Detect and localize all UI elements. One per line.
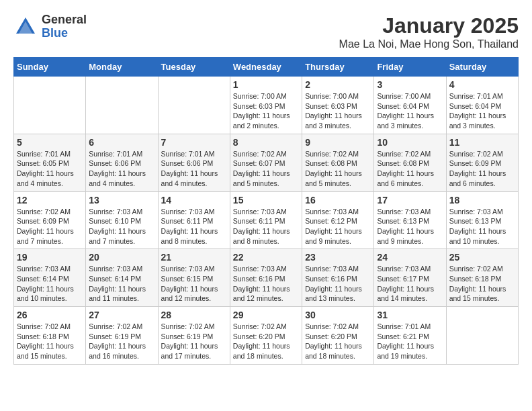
calendar-cell <box>86 77 158 134</box>
calendar-cell: 2Sunrise: 7:00 AM Sunset: 6:03 PM Daylig… <box>302 77 374 134</box>
day-info: Sunrise: 7:03 AM Sunset: 6:12 PM Dayligh… <box>305 207 371 246</box>
weekday-header: Wednesday <box>230 58 302 77</box>
calendar-cell: 29Sunrise: 7:02 AM Sunset: 6:20 PM Dayli… <box>230 307 302 365</box>
logo-text: General Blue <box>42 13 87 40</box>
day-info: Sunrise: 7:01 AM Sunset: 6:21 PM Dayligh… <box>377 322 443 361</box>
logo: General Blue <box>13 13 87 40</box>
calendar-week-row: 26Sunrise: 7:02 AM Sunset: 6:18 PM Dayli… <box>14 307 519 365</box>
calendar-cell: 7Sunrise: 7:01 AM Sunset: 6:06 PM Daylig… <box>158 134 230 191</box>
day-info: Sunrise: 7:03 AM Sunset: 6:11 PM Dayligh… <box>161 207 227 246</box>
weekday-header: Thursday <box>302 58 374 77</box>
calendar-cell: 17Sunrise: 7:03 AM Sunset: 6:13 PM Dayli… <box>374 191 446 249</box>
day-number: 24 <box>377 252 443 263</box>
calendar-cell: 24Sunrise: 7:03 AM Sunset: 6:17 PM Dayli… <box>374 249 446 307</box>
day-info: Sunrise: 7:02 AM Sunset: 6:07 PM Dayligh… <box>233 149 299 189</box>
day-number: 7 <box>161 137 227 148</box>
calendar-cell: 14Sunrise: 7:03 AM Sunset: 6:11 PM Dayli… <box>158 191 230 249</box>
day-number: 9 <box>305 137 371 148</box>
weekday-header: Tuesday <box>158 58 230 77</box>
day-info: Sunrise: 7:03 AM Sunset: 6:13 PM Dayligh… <box>377 207 443 246</box>
day-info: Sunrise: 7:03 AM Sunset: 6:16 PM Dayligh… <box>233 264 299 304</box>
calendar-header: SundayMondayTuesdayWednesdayThursdayFrid… <box>14 58 519 77</box>
day-number: 12 <box>17 195 83 205</box>
calendar-cell <box>446 307 518 365</box>
day-info: Sunrise: 7:03 AM Sunset: 6:14 PM Dayligh… <box>89 264 154 304</box>
calendar-cell: 1Sunrise: 7:00 AM Sunset: 6:03 PM Daylig… <box>230 77 302 134</box>
day-info: Sunrise: 7:00 AM Sunset: 6:04 PM Dayligh… <box>377 91 443 131</box>
calendar-subtitle: Mae La Noi, Mae Hong Son, Thailand <box>339 38 519 50</box>
calendar-title: January 2025 <box>339 13 519 38</box>
weekday-header: Sunday <box>14 58 86 77</box>
day-info: Sunrise: 7:03 AM Sunset: 6:10 PM Dayligh… <box>89 207 154 246</box>
day-number: 29 <box>233 310 299 320</box>
day-number: 31 <box>377 310 443 320</box>
day-number: 21 <box>161 252 227 263</box>
calendar-cell: 4Sunrise: 7:01 AM Sunset: 6:04 PM Daylig… <box>446 77 518 134</box>
weekday-header: Saturday <box>446 58 518 77</box>
day-info: Sunrise: 7:02 AM Sunset: 6:08 PM Dayligh… <box>305 149 371 189</box>
calendar-cell: 18Sunrise: 7:03 AM Sunset: 6:13 PM Dayli… <box>446 191 518 249</box>
day-number: 2 <box>305 79 371 90</box>
day-info: Sunrise: 7:00 AM Sunset: 6:03 PM Dayligh… <box>305 91 371 131</box>
calendar-cell: 23Sunrise: 7:03 AM Sunset: 6:16 PM Dayli… <box>302 249 374 307</box>
calendar-cell: 22Sunrise: 7:03 AM Sunset: 6:16 PM Dayli… <box>230 249 302 307</box>
calendar-cell: 3Sunrise: 7:00 AM Sunset: 6:04 PM Daylig… <box>374 77 446 134</box>
day-info: Sunrise: 7:02 AM Sunset: 6:08 PM Dayligh… <box>377 149 443 189</box>
day-info: Sunrise: 7:01 AM Sunset: 6:05 PM Dayligh… <box>17 149 83 189</box>
day-info: Sunrise: 7:01 AM Sunset: 6:06 PM Dayligh… <box>161 149 227 189</box>
weekday-header: Monday <box>86 58 158 77</box>
day-number: 30 <box>305 310 371 320</box>
calendar-cell: 27Sunrise: 7:02 AM Sunset: 6:19 PM Dayli… <box>86 307 158 365</box>
calendar-cell: 30Sunrise: 7:02 AM Sunset: 6:20 PM Dayli… <box>302 307 374 365</box>
calendar-cell <box>14 77 86 134</box>
calendar-cell: 19Sunrise: 7:03 AM Sunset: 6:14 PM Dayli… <box>14 249 86 307</box>
day-info: Sunrise: 7:02 AM Sunset: 6:20 PM Dayligh… <box>305 322 371 361</box>
day-info: Sunrise: 7:00 AM Sunset: 6:03 PM Dayligh… <box>233 91 299 131</box>
calendar-cell: 5Sunrise: 7:01 AM Sunset: 6:05 PM Daylig… <box>14 134 86 191</box>
day-number: 18 <box>449 195 515 205</box>
day-number: 3 <box>377 79 443 90</box>
day-number: 5 <box>17 137 83 148</box>
day-info: Sunrise: 7:01 AM Sunset: 6:06 PM Dayligh… <box>89 149 154 189</box>
day-number: 19 <box>17 252 83 263</box>
day-number: 14 <box>161 195 227 205</box>
calendar-week-row: 1Sunrise: 7:00 AM Sunset: 6:03 PM Daylig… <box>14 77 519 134</box>
day-number: 28 <box>161 310 227 320</box>
day-info: Sunrise: 7:02 AM Sunset: 6:19 PM Dayligh… <box>89 322 154 361</box>
calendar-cell: 8Sunrise: 7:02 AM Sunset: 6:07 PM Daylig… <box>230 134 302 191</box>
day-info: Sunrise: 7:03 AM Sunset: 6:15 PM Dayligh… <box>161 264 227 304</box>
day-number: 26 <box>17 310 83 320</box>
calendar-cell: 16Sunrise: 7:03 AM Sunset: 6:12 PM Dayli… <box>302 191 374 249</box>
calendar-cell: 28Sunrise: 7:02 AM Sunset: 6:19 PM Dayli… <box>158 307 230 365</box>
day-number: 1 <box>233 79 299 90</box>
day-info: Sunrise: 7:03 AM Sunset: 6:16 PM Dayligh… <box>305 264 371 304</box>
day-info: Sunrise: 7:03 AM Sunset: 6:13 PM Dayligh… <box>449 207 515 246</box>
day-info: Sunrise: 7:02 AM Sunset: 6:20 PM Dayligh… <box>233 322 299 361</box>
day-info: Sunrise: 7:02 AM Sunset: 6:18 PM Dayligh… <box>17 322 83 361</box>
logo-general: General <box>42 13 87 27</box>
day-number: 10 <box>377 137 443 148</box>
calendar-cell <box>158 77 230 134</box>
day-info: Sunrise: 7:02 AM Sunset: 6:19 PM Dayligh… <box>161 322 227 361</box>
day-number: 22 <box>233 252 299 263</box>
day-info: Sunrise: 7:01 AM Sunset: 6:04 PM Dayligh… <box>449 91 515 131</box>
calendar-cell: 15Sunrise: 7:03 AM Sunset: 6:11 PM Dayli… <box>230 191 302 249</box>
calendar-cell: 13Sunrise: 7:03 AM Sunset: 6:10 PM Dayli… <box>86 191 158 249</box>
calendar-body: 1Sunrise: 7:00 AM Sunset: 6:03 PM Daylig… <box>14 77 519 365</box>
day-number: 6 <box>89 137 154 148</box>
day-info: Sunrise: 7:03 AM Sunset: 6:14 PM Dayligh… <box>17 264 83 304</box>
calendar-week-row: 12Sunrise: 7:02 AM Sunset: 6:09 PM Dayli… <box>14 191 519 249</box>
day-info: Sunrise: 7:02 AM Sunset: 6:09 PM Dayligh… <box>449 149 515 189</box>
weekday-row: SundayMondayTuesdayWednesdayThursdayFrid… <box>14 58 519 77</box>
title-block: January 2025 Mae La Noi, Mae Hong Son, T… <box>339 13 519 50</box>
calendar-cell: 6Sunrise: 7:01 AM Sunset: 6:06 PM Daylig… <box>86 134 158 191</box>
day-info: Sunrise: 7:03 AM Sunset: 6:11 PM Dayligh… <box>233 207 299 246</box>
day-number: 17 <box>377 195 443 205</box>
day-number: 25 <box>449 252 515 263</box>
calendar-table: SundayMondayTuesdayWednesdayThursdayFrid… <box>13 57 519 365</box>
calendar-cell: 12Sunrise: 7:02 AM Sunset: 6:09 PM Dayli… <box>14 191 86 249</box>
calendar-cell: 25Sunrise: 7:02 AM Sunset: 6:18 PM Dayli… <box>446 249 518 307</box>
day-number: 15 <box>233 195 299 205</box>
calendar-cell: 9Sunrise: 7:02 AM Sunset: 6:08 PM Daylig… <box>302 134 374 191</box>
page-header: General Blue January 2025 Mae La Noi, Ma… <box>13 13 519 50</box>
